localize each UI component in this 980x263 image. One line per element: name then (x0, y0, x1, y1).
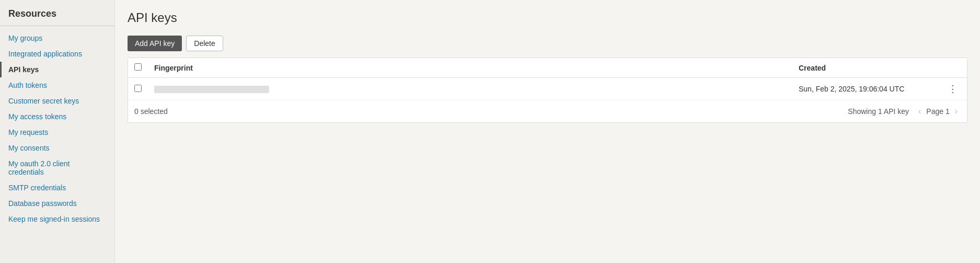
sidebar-item-my-requests[interactable]: My requests (0, 124, 114, 140)
next-page-button[interactable]: › (952, 106, 961, 117)
actions-cell: ⋮ (939, 78, 967, 100)
delete-button[interactable]: Delete (186, 36, 223, 51)
row-actions-button[interactable]: ⋮ (945, 83, 961, 95)
sidebar-item-api-keys[interactable]: API keys (0, 62, 114, 77)
header-checkbox-cell (128, 58, 148, 78)
sidebar-item-keep-me-signed-in[interactable]: Keep me signed-in sessions (0, 211, 114, 227)
api-keys-table-container: Fingerprint Created Sun, Feb 2, 2025, 19… (128, 58, 967, 123)
sidebar: Resources My groupsIntegrated applicatio… (0, 0, 115, 263)
select-all-checkbox[interactable] (134, 63, 142, 71)
sidebar-title: Resources (0, 8, 114, 26)
selected-count: 0 selected (134, 107, 168, 116)
pagination: Showing 1 API key ‹ Page 1 › (848, 106, 961, 117)
page-label: Page 1 (926, 107, 949, 116)
sidebar-item-integrated-applications[interactable]: Integrated applications (0, 46, 114, 62)
api-keys-table: Fingerprint Created Sun, Feb 2, 2025, 19… (128, 58, 967, 100)
header-actions (939, 58, 967, 78)
sidebar-item-customer-secret-keys[interactable]: Customer secret keys (0, 93, 114, 109)
created-cell: Sun, Feb 2, 2025, 19:06:04 UTC (792, 78, 939, 100)
prev-page-button[interactable]: ‹ (915, 106, 924, 117)
table-header-row: Fingerprint Created (128, 58, 967, 78)
row-checkbox[interactable] (134, 85, 142, 92)
fingerprint-placeholder (154, 86, 269, 93)
sidebar-item-auth-tokens[interactable]: Auth tokens (0, 77, 114, 93)
sidebar-item-my-oauth-credentials[interactable]: My oauth 2.0 client credentials (0, 156, 114, 180)
header-created: Created (792, 58, 939, 78)
sidebar-item-my-groups[interactable]: My groups (0, 30, 114, 46)
add-api-key-button[interactable]: Add API key (128, 36, 182, 51)
sidebar-item-smtp-credentials[interactable]: SMTP credentials (0, 180, 114, 196)
fingerprint-cell (148, 78, 792, 100)
sidebar-item-my-access-tokens[interactable]: My access tokens (0, 109, 114, 124)
table-row: Sun, Feb 2, 2025, 19:06:04 UTC⋮ (128, 78, 967, 100)
sidebar-item-database-passwords[interactable]: Database passwords (0, 196, 114, 211)
main-content: API keys Add API key Delete Fingerprint … (115, 0, 980, 263)
sidebar-item-my-consents[interactable]: My consents (0, 140, 114, 156)
page-title: API keys (128, 10, 967, 25)
header-fingerprint: Fingerprint (148, 58, 792, 78)
table-footer: 0 selected Showing 1 API key ‹ Page 1 › (128, 100, 967, 122)
toolbar: Add API key Delete (128, 36, 967, 51)
showing-text: Showing 1 API key (848, 107, 909, 116)
